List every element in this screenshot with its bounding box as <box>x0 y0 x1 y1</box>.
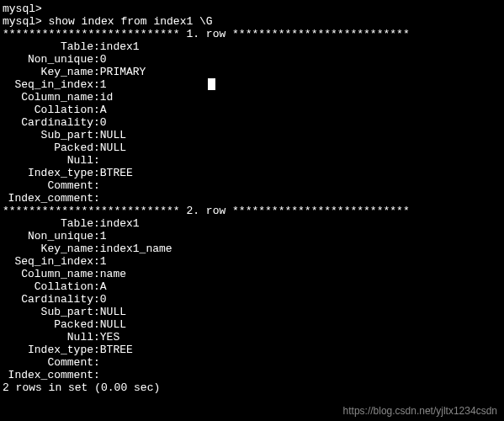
result-row: Comment: <box>3 356 501 369</box>
result-row: Table: index1 <box>3 40 501 53</box>
result-row: Seq_in_index: 1 <box>3 255 501 268</box>
result-row: Collation: A <box>3 280 501 293</box>
field-label: Table <box>3 40 93 53</box>
field-value: NULL <box>100 318 126 331</box>
field-label: Comment <box>3 356 93 369</box>
result-row: Cardinality: 0 <box>3 293 501 306</box>
field-label: Index_comment <box>3 192 93 205</box>
result-row: Key_name: PRIMARY <box>3 66 501 78</box>
field-value: A <box>100 280 107 293</box>
cursor-icon <box>208 78 215 90</box>
result-row: Seq_in_index: 1 <box>3 78 501 91</box>
field-label: Packed <box>3 318 93 331</box>
field-value: NULL <box>100 129 126 141</box>
field-value: NULL <box>100 306 126 318</box>
field-label: Column_name <box>3 91 93 104</box>
field-value: 0 <box>100 116 107 129</box>
field-value: BTREE <box>100 344 133 356</box>
field-label: Index_type <box>3 344 93 356</box>
field-label: Cardinality <box>3 116 93 129</box>
field-value: BTREE <box>100 167 133 179</box>
result-row: Collation: A <box>3 104 501 116</box>
field-value: NULL <box>100 141 126 154</box>
field-label: Column_name <box>3 268 93 280</box>
result-row: Index_type: BTREE <box>3 344 501 356</box>
result-row: Null: YES <box>3 331 501 344</box>
field-value: PRIMARY <box>100 66 146 78</box>
field-label: Non_unique <box>3 53 93 66</box>
field-label: Index_comment <box>3 369 93 381</box>
field-value: 0 <box>100 53 107 66</box>
row-separator-1: *************************** 1. row *****… <box>3 28 501 40</box>
result-row: Non_unique: 1 <box>3 230 501 242</box>
field-value: 0 <box>100 293 107 306</box>
field-label: Packed <box>3 141 93 154</box>
field-label: Seq_in_index <box>3 78 93 91</box>
result-row: Comment: <box>3 179 501 192</box>
prev-prompt-line: mysql> <box>3 3 501 15</box>
field-label: Key_name <box>3 242 93 255</box>
command-text: show index from index1 \G <box>49 15 213 28</box>
field-label: Non_unique <box>3 230 93 242</box>
result-row: Column_name: id <box>3 91 501 104</box>
field-value: index1 <box>100 40 140 53</box>
field-label: Seq_in_index <box>3 255 93 268</box>
field-value: YES <box>100 331 119 344</box>
watermark: https://blog.csdn.net/yjltx1234csdn <box>343 405 497 418</box>
result-row: Index_comment: <box>3 369 501 381</box>
field-value: 1 <box>100 255 107 268</box>
result-row: Cardinality: 0 <box>3 116 501 129</box>
result-row: Index_comment: <box>3 192 501 205</box>
field-value: A <box>100 104 107 116</box>
result-row: Null: <box>3 154 501 167</box>
footer-line: 2 rows in set (0.00 sec) <box>3 381 501 394</box>
field-value: 1 <box>100 78 107 91</box>
field-value: 1 <box>100 230 107 242</box>
field-value: index1_name <box>100 242 172 255</box>
field-label: Comment <box>3 179 93 192</box>
field-label: Collation <box>3 280 93 293</box>
field-value: index1 <box>100 217 140 230</box>
field-label: Index_type <box>3 167 93 179</box>
field-label: Null <box>3 331 93 344</box>
row-separator-2: *************************** 2. row *****… <box>3 205 501 217</box>
result-row: Table: index1 <box>3 217 501 230</box>
field-label: Null <box>3 154 93 167</box>
result-row: Packed: NULL <box>3 141 501 154</box>
result-row: Non_unique: 0 <box>3 53 501 66</box>
field-label: Key_name <box>3 66 93 78</box>
prompt: mysql> <box>3 15 49 28</box>
result-row: Key_name: index1_name <box>3 242 501 255</box>
result-row: Packed: NULL <box>3 318 501 331</box>
result-row: Column_name: name <box>3 268 501 280</box>
result-row: Sub_part: NULL <box>3 129 501 141</box>
result-row: Index_type: BTREE <box>3 167 501 179</box>
result-row: Sub_part: NULL <box>3 306 501 318</box>
field-label: Cardinality <box>3 293 93 306</box>
field-label: Sub_part <box>3 129 93 141</box>
field-label: Collation <box>3 104 93 116</box>
field-label: Sub_part <box>3 306 93 318</box>
command-line[interactable]: mysql> show index from index1 \G <box>3 15 501 28</box>
field-value: id <box>100 91 114 104</box>
field-label: Table <box>3 217 93 230</box>
field-value: name <box>100 268 126 280</box>
